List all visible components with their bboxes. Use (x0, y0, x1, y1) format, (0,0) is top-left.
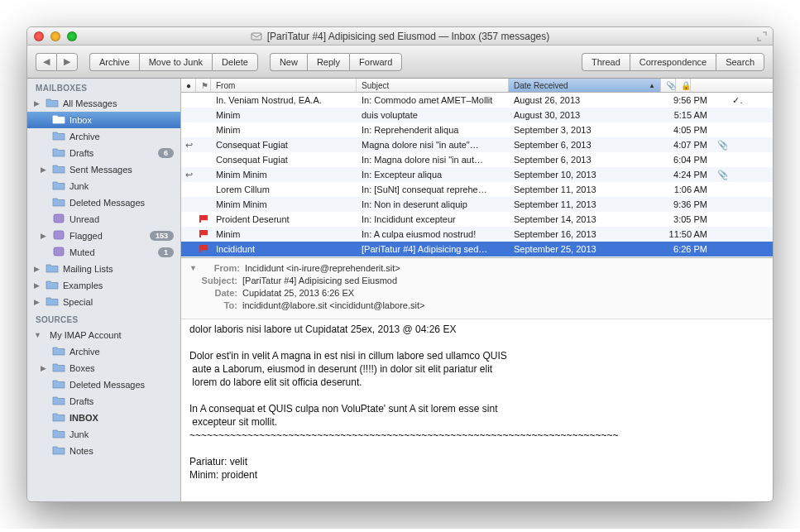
col-date-received[interactable]: Date Received▲ (509, 79, 661, 92)
sidebar-item-archive[interactable]: Archive (27, 343, 180, 360)
sidebar-item-sent-messages[interactable]: Sent Messages (27, 161, 180, 178)
delete-button[interactable]: Delete (212, 53, 258, 71)
svg-rect-0 (251, 33, 261, 40)
nav-back-button[interactable]: ◀ (36, 53, 56, 71)
col-subject[interactable]: Subject (357, 79, 509, 92)
message-list[interactable]: In. Veniam Nostrud, EA.A.In: Commodo ame… (181, 93, 773, 257)
date-cell: September 25, 2013 (509, 244, 661, 254)
message-row[interactable]: In. Veniam Nostrud, EA.A.In: Commodo ame… (181, 93, 773, 108)
col-from[interactable]: From (211, 79, 357, 92)
nav-forward-button[interactable]: ▶ (56, 53, 78, 71)
disclosure-icon[interactable] (34, 331, 41, 339)
subject-cell: In: Non in deserunt aliquip (357, 199, 509, 209)
sidebar-item-flagged[interactable]: Flagged153 (27, 228, 180, 244)
col-flag[interactable]: ⚑ (196, 79, 211, 92)
message-row[interactable]: Consequat FugiatIn: Magna dolore nisi "i… (181, 152, 773, 167)
from-cell: In. Veniam Nostrud, EA.A. (211, 95, 357, 105)
sidebar-item-label: INBOX (69, 413, 174, 423)
message-row[interactable]: ↩Minim MinimIn: Excepteur aliquaSeptembe… (181, 167, 773, 182)
sidebar-item-muted[interactable]: Muted1 (27, 244, 180, 261)
disclosure-icon[interactable] (41, 364, 48, 372)
sidebar-item-deleted-messages[interactable]: Deleted Messages (27, 376, 180, 393)
folder-icon (46, 279, 59, 292)
triangle-right-icon: ▶ (64, 56, 70, 67)
sidebar-item-label: Examples (63, 280, 174, 290)
unread-count-badge: 153 (150, 231, 174, 241)
window-title: [PariTatur #4] Adipisicing sed Eiusmod —… (27, 31, 773, 42)
reply-button[interactable]: Reply (307, 53, 349, 71)
sidebar-item-my-imap-account[interactable]: My IMAP Account (27, 327, 180, 343)
sidebar-item-all-messages[interactable]: All Messages (27, 95, 180, 112)
archive-button[interactable]: Archive (89, 53, 139, 71)
disclosure-icon[interactable] (34, 298, 41, 306)
from-cell: Consequat Fugiat (211, 140, 357, 150)
correspondence-button[interactable]: Correspondence (630, 53, 716, 71)
thread-button[interactable]: Thread (582, 53, 630, 71)
preview-body[interactable]: dolor laboris nisi labore ut Cupidatat 2… (181, 319, 773, 501)
search-button[interactable]: Search (716, 53, 764, 71)
message-row[interactable]: MinimIn: Reprehenderit aliquaSeptember 3… (181, 122, 773, 137)
sidebar-item-junk[interactable]: Junk (27, 178, 180, 194)
col-attachment[interactable]: 📎 (661, 79, 676, 92)
sidebar-item-boxes[interactable]: Boxes (27, 360, 180, 376)
sidebar-item-label: Deleted Messages (69, 380, 174, 390)
sidebar-item-archive[interactable]: Archive (27, 128, 180, 145)
message-row[interactable]: Lorem CillumIn: [SuNt] consequat reprehe… (181, 182, 773, 197)
message-row[interactable]: ↩Consequat FugiatMagna dolore nisi "in a… (181, 137, 773, 152)
date-cell: September 3, 2013 (509, 125, 661, 135)
time-cell: 1:06 AM (661, 185, 712, 194)
sidebar-item-examples[interactable]: Examples (27, 277, 180, 294)
sidebar-item-label: Flagged (69, 231, 146, 241)
folder-icon (52, 444, 65, 458)
sidebar-item-label: All Messages (63, 98, 174, 108)
sidebar-item-label: Boxes (69, 363, 174, 373)
folder-icon (52, 362, 65, 375)
flag-icon (199, 230, 208, 237)
disclosure-icon[interactable] (41, 232, 48, 240)
svg-rect-2 (54, 231, 64, 239)
sidebar-item-label: Inbox (69, 115, 174, 125)
forward-button[interactable]: Forward (349, 53, 402, 71)
sidebar-item-label: Junk (69, 429, 174, 439)
sidebar-item-junk[interactable]: Junk (27, 426, 180, 443)
sidebar-item-inbox[interactable]: INBOX (27, 410, 180, 426)
col-security[interactable]: 🔒 (676, 79, 691, 92)
sidebar-item-label: Sent Messages (69, 165, 174, 175)
fullscreen-icon[interactable] (756, 31, 768, 42)
sidebar-item-drafts[interactable]: Drafts6 (27, 145, 180, 161)
subject-cell: In: Magna dolore nisi "in aut… (357, 155, 509, 165)
preview-header: ▼From:Incididunt <in-irure@reprehenderit… (181, 258, 773, 319)
preview-pane: ▼From:Incididunt <in-irure@reprehenderit… (181, 257, 773, 501)
new-button[interactable]: New (270, 53, 307, 71)
sidebar-item-inbox[interactable]: Inbox (27, 112, 180, 128)
date-cell: September 11, 2013 (509, 199, 661, 209)
time-cell: 9:36 PM (661, 199, 712, 209)
message-row[interactable]: Minim MinimIn: Non in deserunt aliquipSe… (181, 197, 773, 212)
time-cell: 3:05 PM (661, 214, 712, 224)
paperclip-icon: 📎 (666, 81, 676, 90)
sidebar-item-unread[interactable]: Unread (27, 211, 180, 228)
sidebar-item-notes[interactable]: Notes (27, 443, 180, 459)
disclosure-icon[interactable]: ▼ (189, 262, 197, 275)
disclosure-icon[interactable] (34, 281, 41, 290)
folder-icon (52, 180, 65, 193)
disclosure-icon[interactable] (34, 99, 41, 108)
special-icon (52, 213, 65, 226)
subject-cell: In: Commodo amet AMET–Mollit (357, 95, 509, 105)
sidebar-item-special[interactable]: Special (27, 294, 180, 310)
move-to-junk-button[interactable]: Move to Junk (139, 53, 212, 71)
disclosure-icon[interactable] (34, 265, 41, 273)
sidebar-item-deleted-messages[interactable]: Deleted Messages (27, 194, 180, 211)
message-row[interactable]: Minimduis voluptateAugust 30, 20135:15 A… (181, 108, 773, 122)
date-cell: August 26, 2013 (509, 95, 661, 105)
message-row[interactable]: Proident DeseruntIn: Incididunt excepteu… (181, 212, 773, 227)
col-status[interactable]: ● (181, 79, 196, 92)
message-row[interactable]: Incididunt[PariTatur #4] Adipisicing sed… (181, 242, 773, 256)
check-cell: ✓ (727, 95, 742, 106)
message-row[interactable]: MinimIn: A culpa eiusmod nostrud!Septemb… (181, 227, 773, 242)
sidebar-item-mailing-lists[interactable]: Mailing Lists (27, 261, 180, 277)
time-cell: 4:05 PM (661, 125, 712, 135)
disclosure-icon[interactable] (41, 165, 48, 174)
sidebar-item-drafts[interactable]: Drafts (27, 393, 180, 410)
folder-icon (46, 295, 59, 309)
